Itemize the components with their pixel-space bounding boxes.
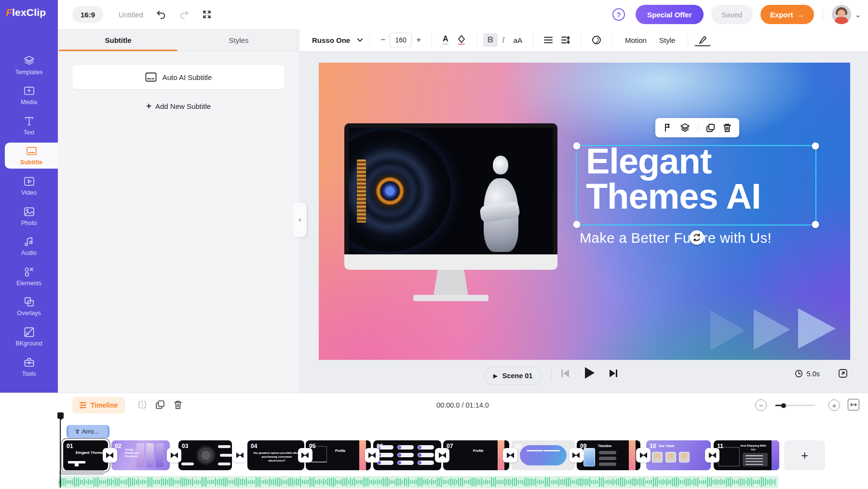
project-title[interactable]: Untitled xyxy=(119,11,143,19)
sidebar-item-label: Media xyxy=(21,99,37,106)
timeline-scene-clip-11[interactable]: 11And Shipping With Us! xyxy=(714,440,779,470)
rotate-handle[interactable] xyxy=(690,230,704,245)
timeline-scene-clip-07[interactable]: 07Profile xyxy=(443,440,509,470)
sidebar-item-elements[interactable]: Elements xyxy=(0,263,58,289)
sidebar-item-overlays[interactable]: Overlays xyxy=(0,293,58,319)
preview-fullscreen-icon[interactable] xyxy=(838,369,848,378)
selection-box[interactable] xyxy=(576,145,816,225)
trash-icon[interactable] xyxy=(174,400,182,410)
audio-waveform-track[interactable] xyxy=(58,476,778,488)
font-size-decrease-button[interactable]: − xyxy=(376,35,390,45)
scene-button[interactable]: ▶ Scene 01 xyxy=(484,367,542,385)
sidebar-item-subtitle[interactable]: Subtitle xyxy=(5,143,58,169)
trash-icon[interactable] xyxy=(723,123,732,132)
scene-duration[interactable]: 5.0s xyxy=(795,370,820,378)
timeline-scene-clip-02[interactable]: 02Using Electronic Products xyxy=(111,440,170,470)
timeline-scrollbar-thumb[interactable] xyxy=(59,470,105,475)
add-new-subtitle-button[interactable]: + Add New Subtitle xyxy=(58,99,299,113)
account-chevron-down-icon[interactable]: ⌄ xyxy=(855,10,861,19)
layers-icon[interactable] xyxy=(680,123,690,132)
panel-collapse-handle[interactable]: ‹ xyxy=(293,202,307,237)
timeline-scene-clip-01[interactable]: 01Elegant Themes xyxy=(63,440,108,470)
timeline: Timeline 00:00.0 / 01:14.0 − + T Arro...… xyxy=(0,393,868,489)
sidebar-item-text[interactable]: Text xyxy=(0,112,58,138)
text-color-button[interactable]: A xyxy=(438,33,453,47)
selection-handle-ne[interactable] xyxy=(812,143,819,150)
timeline-zoom-slider[interactable] xyxy=(775,405,815,406)
text-case-button[interactable]: aA xyxy=(509,34,527,46)
zoom-in-button[interactable]: + xyxy=(828,399,840,411)
timeline-scene-clip-03[interactable]: 03 xyxy=(178,440,232,470)
sidebar-item-bkground[interactable]: BKground xyxy=(0,323,58,349)
playhead-handle[interactable] xyxy=(57,412,64,419)
sidebar-item-media[interactable]: Media xyxy=(0,82,58,108)
timeline-scene-clip-08[interactable]: 08 xyxy=(511,440,575,470)
color-wheel-icon xyxy=(592,35,601,45)
sidebar-item-video[interactable]: Video xyxy=(0,172,58,198)
transition-button[interactable] xyxy=(167,448,181,463)
fullscreen-icon[interactable] xyxy=(202,10,212,19)
timeline-scene-clip-10[interactable]: 10Our Team xyxy=(646,440,711,470)
transition-button[interactable] xyxy=(103,448,117,463)
transition-button[interactable] xyxy=(569,448,583,463)
transition-button[interactable] xyxy=(503,448,517,463)
export-button[interactable]: Export→ xyxy=(760,5,814,24)
tab-subtitle[interactable]: Subtitle xyxy=(58,29,178,51)
style-button[interactable]: Style xyxy=(653,36,681,44)
timeline-scene-clip-05[interactable]: 05Profile xyxy=(306,440,371,470)
font-size-value[interactable]: 160 xyxy=(390,33,412,47)
sidebar-item-templates[interactable]: Templates xyxy=(0,52,58,78)
highlight-color-button[interactable] xyxy=(453,33,470,47)
line-spacing-icon xyxy=(561,36,570,44)
pen-tool-button[interactable] xyxy=(694,34,711,46)
highlight-icon xyxy=(457,35,466,45)
italic-button[interactable]: I xyxy=(498,33,509,47)
transition-button[interactable] xyxy=(705,448,719,463)
add-scene-button[interactable]: + xyxy=(784,440,825,470)
timeline-text-clip[interactable]: T Arro... xyxy=(67,425,109,438)
color-wheel-button[interactable] xyxy=(587,33,606,47)
aspect-ratio-button[interactable]: 16:9 xyxy=(72,6,103,23)
font-size-increase-button[interactable]: + xyxy=(412,35,425,45)
sidebar-item-photo[interactable]: Photo xyxy=(0,203,58,229)
canvas-subtitle-text[interactable]: Make a Better Future with Us! xyxy=(578,230,773,246)
font-family-select[interactable]: Russo One xyxy=(312,36,363,44)
split-icon[interactable] xyxy=(137,400,147,410)
sidebar-item-tools[interactable]: Tools xyxy=(0,354,58,380)
timeline-scene-clip-04[interactable]: 04the greatest option possible when purc… xyxy=(247,440,304,470)
next-scene-button[interactable] xyxy=(608,368,619,379)
transition-button[interactable] xyxy=(298,448,312,463)
undo-icon[interactable] xyxy=(156,9,166,20)
bold-button[interactable]: B xyxy=(483,33,498,47)
redo-icon[interactable] xyxy=(179,9,190,20)
fit-timeline-button[interactable] xyxy=(848,399,859,410)
prev-scene-button[interactable] xyxy=(560,368,570,379)
special-offer-button[interactable]: Special Offer xyxy=(636,5,704,24)
auto-ai-subtitle-button[interactable]: Auto AI Subtitle xyxy=(72,65,285,89)
flag-icon[interactable] xyxy=(664,123,672,132)
sidebar-item-audio[interactable]: Audio xyxy=(0,233,58,259)
flexclip-logo[interactable]: FlexClip xyxy=(6,7,46,18)
timeline-scene-clip-06[interactable]: 06 xyxy=(373,440,441,470)
timeline-toggle-button[interactable]: Timeline xyxy=(72,397,125,413)
align-button[interactable] xyxy=(540,35,557,45)
chevron-left-icon: ‹ xyxy=(298,215,301,224)
duplicate-icon[interactable] xyxy=(155,400,165,410)
transition-button[interactable] xyxy=(365,448,380,463)
transition-button[interactable] xyxy=(435,448,449,463)
video-canvas[interactable]: Elegant Themes AI Make a Better Future w… xyxy=(319,63,850,360)
selection-handle-se[interactable] xyxy=(812,221,819,228)
line-spacing-button[interactable] xyxy=(557,34,574,46)
zoom-out-button[interactable]: − xyxy=(755,399,767,411)
selection-handle-sw[interactable] xyxy=(573,221,581,228)
avatar[interactable] xyxy=(832,5,851,24)
transition-button[interactable] xyxy=(232,448,247,463)
tab-styles[interactable]: Styles xyxy=(178,29,299,51)
duplicate-icon[interactable] xyxy=(706,123,715,132)
timeline-scene-clip-09[interactable]: 09Timeline xyxy=(577,440,640,470)
motion-button[interactable]: Motion xyxy=(619,36,653,44)
transition-button[interactable] xyxy=(636,448,651,463)
play-button[interactable] xyxy=(583,366,596,380)
selection-handle-nw[interactable] xyxy=(573,143,581,150)
help-icon[interactable]: ? xyxy=(612,8,625,21)
